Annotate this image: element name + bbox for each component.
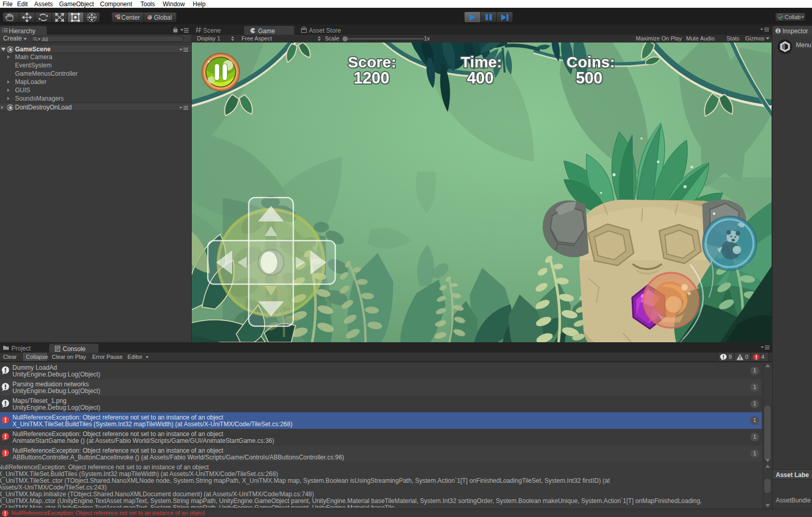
svg-text:Time:: Time: xyxy=(461,53,502,71)
svg-text:1200: 1200 xyxy=(354,69,390,87)
svg-text:500: 500 xyxy=(576,69,603,87)
svg-text:Score:: Score: xyxy=(348,53,396,71)
svg-text:Global: Global xyxy=(154,14,172,21)
svg-text:Coins:: Coins: xyxy=(566,53,615,71)
svg-text:Collab: Collab xyxy=(785,14,801,20)
svg-text:Center: Center xyxy=(121,14,140,21)
svg-text:400: 400 xyxy=(467,69,494,87)
